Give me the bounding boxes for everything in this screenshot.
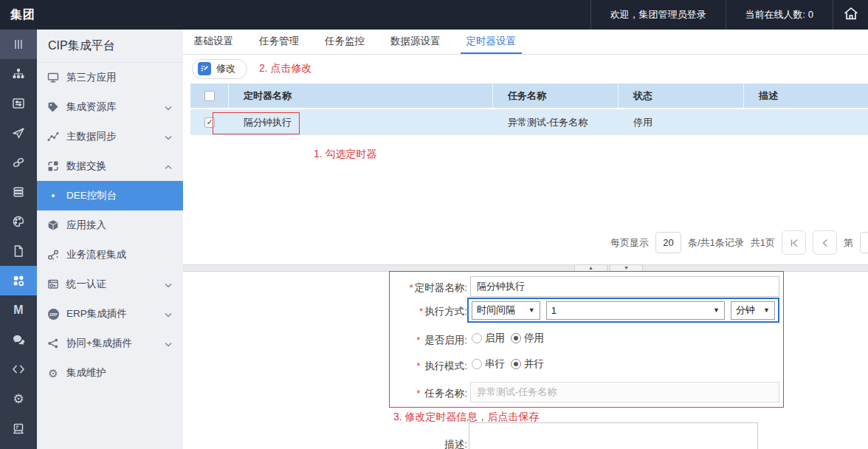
task-name-input[interactable]: 异常测试-任务名称	[470, 382, 779, 402]
annotation-step3: 3. 修改定时器信息，后点击保存	[393, 411, 540, 424]
description-textarea[interactable]	[469, 422, 758, 449]
sidebar-item-label: 集成维护	[66, 366, 106, 380]
document-icon[interactable]	[0, 236, 37, 266]
tab-task-monitor[interactable]: 任务监控	[323, 30, 366, 54]
sidebar-item-third-party-app[interactable]: 第三方应用	[37, 63, 183, 92]
chevron-down-icon	[165, 131, 172, 143]
scatter-chart-icon	[46, 130, 60, 143]
chevron-down-icon	[165, 279, 172, 290]
table-header-row: 定时器名称 任务名称 状态 描述	[190, 83, 868, 109]
menu-columns-icon[interactable]	[0, 30, 37, 59]
erp-badge-icon: ERP	[46, 307, 60, 321]
chevron-down-icon	[165, 338, 172, 349]
application-window: 集团 欢迎，集团管理员登录 当前在线人数: 0	[0, 0, 868, 449]
task-name-label: * 任务名称:	[332, 387, 467, 400]
home-icon	[843, 6, 859, 24]
sidebar-item-label: 主数据同步	[66, 130, 117, 143]
main-content: 基础设置 任务管理 任务监控 数据源设置 定时器设置 修改 2. 点击修改 定时…	[183, 30, 868, 449]
radio-option-parallel[interactable]: 并行	[511, 357, 544, 371]
radio-selected-icon	[511, 359, 521, 369]
sidebar-item-app-access[interactable]: 应用接入	[37, 210, 183, 240]
edit-icon	[198, 62, 211, 75]
interval-unit-select[interactable]: 分钟 ▼	[731, 301, 775, 320]
app-grid-icon[interactable]	[0, 266, 37, 295]
timer-name-label: *定时器名称:	[332, 281, 467, 295]
gear-icon: ⚙	[46, 366, 60, 380]
enabled-radio-group: 启用 停用	[472, 332, 544, 345]
swap-blocks-icon	[46, 160, 60, 173]
per-page-label: 每页显示	[610, 236, 649, 250]
tab-timer-settings[interactable]: 定时器设置	[465, 30, 518, 54]
panel-splitter[interactable]: ▲ ▼	[183, 264, 868, 272]
gear-icon[interactable]: ⚙	[0, 384, 37, 414]
tab-datasource-settings[interactable]: 数据源设置	[389, 30, 442, 54]
sliders-icon[interactable]	[0, 89, 37, 118]
per-page-input[interactable]: 20	[655, 232, 681, 253]
brand-title: 集团	[0, 7, 35, 23]
prev-page-button[interactable]	[813, 230, 837, 255]
radio-option-disable[interactable]: 停用	[511, 332, 544, 345]
chevron-up-icon	[165, 161, 172, 172]
icon-strip: M ⚙	[0, 30, 37, 449]
tab-basic-settings[interactable]: 基础设置	[192, 30, 235, 54]
org-chart-icon[interactable]	[0, 59, 37, 89]
total-pages: 共1页	[751, 236, 775, 250]
radio-icon	[472, 359, 482, 369]
exec-mode-group: 时间间隔 ▼ 1 ▼ 分钟 ▼	[467, 298, 779, 323]
sidebar-item-label: 第三方应用	[66, 71, 117, 84]
caret-down-icon: ▼	[713, 306, 720, 314]
splitter-collapse-down-button[interactable]: ▼	[610, 264, 643, 272]
description-label: 描述:	[332, 438, 467, 449]
splitter-expand-up-button[interactable]: ▲	[574, 264, 607, 272]
sidebar-item-integration-maintenance[interactable]: ⚙ 集成维护	[37, 358, 183, 388]
sidebar-item-dee-console[interactable]: • DEE控制台	[37, 181, 183, 210]
triangle-up-icon: ▲	[588, 265, 593, 270]
page-number-input[interactable]	[860, 232, 868, 253]
toolbar: 修改 2. 点击修改	[183, 55, 868, 83]
modify-button[interactable]: 修改	[192, 59, 247, 79]
chat-icon[interactable]	[0, 325, 37, 354]
sidebar-item-integration-repository[interactable]: 集成资源库	[37, 92, 183, 122]
tab-task-management[interactable]: 任务管理	[258, 30, 300, 54]
send-icon[interactable]	[0, 118, 37, 148]
column-header-description: 描述	[744, 83, 868, 108]
row-checkbox[interactable]: ✓	[204, 117, 215, 128]
first-page-button[interactable]	[782, 230, 806, 255]
chain-icon[interactable]	[0, 148, 37, 177]
sidebar-item-erp-plugin[interactable]: ERP ERP集成插件	[37, 299, 183, 329]
code-icon[interactable]	[0, 354, 37, 384]
stack-icon[interactable]	[0, 177, 37, 207]
pagination: 每页显示 20 条/共1条记录 共1页 第	[610, 230, 868, 255]
palette-icon[interactable]	[0, 207, 37, 236]
radio-option-serial[interactable]: 串行	[472, 357, 505, 371]
timer-name-input[interactable]: 隔分钟执行	[470, 276, 779, 297]
terminal-icon[interactable]	[0, 414, 37, 443]
svg-text:ERP: ERP	[49, 312, 58, 316]
sidebar-item-label: 统一认证	[66, 278, 106, 291]
sidebar-item-data-exchange[interactable]: 数据交换	[37, 151, 183, 181]
sidebar-item-label: 数据交换	[66, 160, 106, 173]
online-count: 当前在线人数: 0	[726, 0, 833, 30]
chevron-down-icon	[165, 309, 172, 320]
records-summary: 条/共1条记录	[688, 236, 744, 250]
triangle-down-icon: ▼	[624, 265, 629, 270]
sidebar-item-collab-plugin[interactable]: 协同+集成插件	[37, 329, 183, 358]
letter-m-icon[interactable]: M	[0, 295, 37, 325]
annotation-step1: 1. 勾选定时器	[314, 148, 377, 161]
table-row[interactable]: ✓ 隔分钟执行 异常测试-任务名称 停用	[190, 109, 868, 135]
check-icon: ✓	[206, 118, 213, 126]
radio-selected-icon	[511, 333, 521, 343]
cell-timer-name: 隔分钟执行	[229, 109, 493, 135]
radio-option-enable[interactable]: 启用	[472, 332, 505, 345]
column-header-task-name: 任务名称	[493, 83, 619, 108]
sidebar-item-unified-auth[interactable]: 统一认证	[37, 270, 183, 299]
home-button[interactable]	[833, 0, 868, 30]
interval-value-select[interactable]: 1 ▼	[546, 301, 725, 320]
sidebar-item-master-data-sync[interactable]: 主数据同步	[37, 122, 183, 151]
interval-type-select[interactable]: 时间间隔 ▼	[472, 301, 540, 320]
enabled-label: * 是否启用:	[332, 334, 467, 347]
sidebar-item-business-process-integration[interactable]: 业务流程集成	[37, 240, 183, 270]
select-all-checkbox[interactable]	[204, 91, 215, 101]
caret-down-icon: ▼	[528, 306, 535, 314]
radio-icon	[472, 333, 482, 343]
